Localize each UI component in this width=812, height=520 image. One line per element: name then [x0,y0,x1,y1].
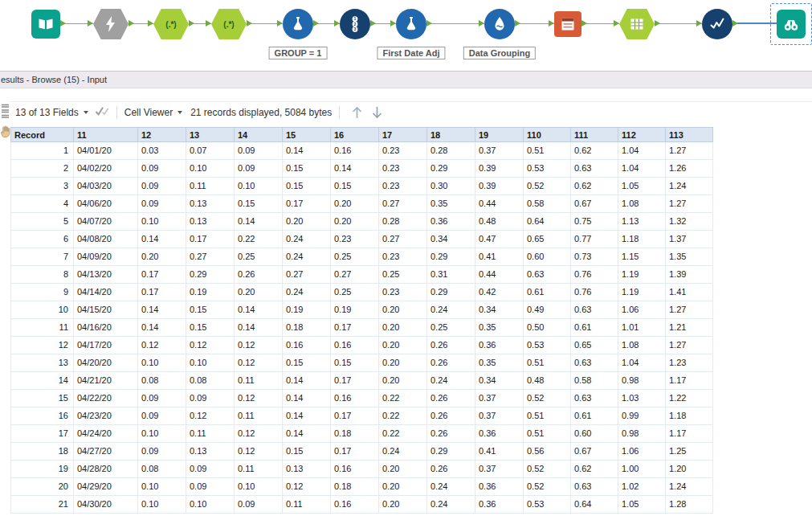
grid-cell[interactable]: 0.16 [331,337,379,354]
grid-cell[interactable]: 0.15 [283,354,331,372]
grid-cell[interactable]: 0.48 [475,213,524,231]
grid-cell[interactable]: 0.36 [427,213,475,231]
grid-cell[interactable]: 0.10 [235,478,283,496]
grid-cell[interactable]: 0.10 [235,178,283,195]
grid-cell[interactable]: 0.58 [524,195,571,213]
grid-cell[interactable]: 0.14 [283,407,331,425]
grid-cell[interactable]: 0.18 [331,425,379,443]
grid-cell[interactable]: 0.25 [235,248,283,266]
grid-cell[interactable]: 0.20 [379,319,427,337]
grid-cell[interactable]: 0.26 [427,425,475,443]
grid-cell[interactable]: 04/14/20 [74,284,138,301]
connector-line[interactable] [732,23,777,24]
grid-cell[interactable]: 0.14 [235,213,283,231]
column-header-18[interactable]: 18 [427,128,475,142]
grid-cell[interactable]: 0.20 [138,248,186,266]
grid-cell[interactable]: 0.20 [379,372,427,390]
grid-cell[interactable]: 0.20 [379,354,427,372]
grid-cell[interactable]: 0.25 [331,284,379,301]
grid-cell[interactable]: 0.37 [475,461,524,478]
grid-cell[interactable]: 0.17 [331,319,379,337]
record-number-cell[interactable]: 3 [11,178,74,195]
column-header-11[interactable]: 11 [74,128,138,142]
grid-cell[interactable]: 0.36 [475,337,524,354]
grid-cell[interactable]: 0.29 [427,443,475,461]
grid-cell[interactable]: 0.61 [571,407,618,425]
grid-cell[interactable]: 0.22 [379,390,427,407]
grid-cell[interactable]: 0.10 [186,354,235,372]
grid-cell[interactable]: 0.09 [186,478,235,496]
grid-cell[interactable]: 0.22 [379,425,427,443]
grid-cell[interactable]: 0.34 [427,231,475,248]
grid-cell[interactable]: 1.02 [618,478,666,496]
grid-cell[interactable]: 0.26 [427,461,475,478]
grid-cell[interactable]: 0.12 [186,407,235,425]
grid-cell[interactable]: 0.99 [618,407,666,425]
grid-cell[interactable]: 0.62 [571,178,618,195]
grid-cell[interactable]: 0.35 [475,354,524,372]
grid-cell[interactable]: 0.09 [235,142,283,160]
column-header-113[interactable]: 113 [666,128,713,142]
grid-cell[interactable]: 0.24 [427,301,475,319]
grid-cell[interactable]: 0.15 [283,178,331,195]
grid-cell[interactable]: 0.29 [427,248,475,266]
grid-cell[interactable]: 0.14 [138,319,186,337]
grid-cell[interactable]: 0.26 [427,407,475,425]
column-header-112[interactable]: 112 [618,128,666,142]
grid-cell[interactable]: 0.09 [186,390,235,407]
grid-cell[interactable]: 0.09 [186,461,235,478]
grid-cell[interactable]: 0.19 [186,284,235,301]
grid-cell[interactable]: 0.51 [524,354,571,372]
pan-hand-icon[interactable] [1,125,10,141]
grid-cell[interactable]: 0.24 [283,248,331,266]
record-id-tool[interactable]: 1 2 3 [340,9,370,39]
grid-cell[interactable]: 0.44 [475,195,524,213]
grid-cell[interactable]: 0.76 [571,284,618,301]
grid-cell[interactable]: 0.16 [331,142,379,160]
grid-cell[interactable]: 0.76 [571,266,618,284]
grid-cell[interactable]: 0.07 [186,142,235,160]
grid-cell[interactable]: 0.03 [138,142,186,160]
unique-tool[interactable] [702,9,732,39]
grid-cell[interactable]: 0.51 [524,407,571,425]
grid-cell[interactable]: 0.12 [235,390,283,407]
grid-cell[interactable]: 1.06 [618,301,666,319]
grid-cell[interactable]: 0.17 [186,231,235,248]
grid-cell[interactable]: 1.18 [666,407,713,425]
grid-cell[interactable]: 0.14 [235,301,283,319]
grid-cell[interactable]: 1.21 [666,319,713,337]
column-header-111[interactable]: 111 [571,128,618,142]
grid-cell[interactable]: 0.31 [427,266,475,284]
grid-cell[interactable]: 0.27 [379,231,427,248]
grid-cell[interactable]: 1.01 [618,319,666,337]
grid-cell[interactable]: 0.13 [283,461,331,478]
grid-cell[interactable]: 0.23 [379,284,427,301]
column-header-13[interactable]: 13 [186,128,235,142]
grid-cell[interactable]: 0.09 [138,178,186,195]
grid-cell[interactable]: 04/28/20 [74,461,138,478]
record-number-cell[interactable]: 17 [11,425,74,443]
connector-line[interactable] [426,23,484,24]
grid-cell[interactable]: 0.10 [138,213,186,231]
record-number-cell[interactable]: 13 [11,354,74,372]
grid-cell[interactable]: 0.65 [571,337,618,354]
grid-cell[interactable]: 04/29/20 [74,478,138,496]
grid-cell[interactable]: 0.77 [571,231,618,248]
fields-dropdown[interactable]: 13 of 13 Fields [15,107,88,118]
record-number-cell[interactable]: 6 [11,231,74,248]
grid-cell[interactable]: 0.37 [475,407,524,425]
grid-cell[interactable]: 0.15 [186,319,235,337]
record-number-cell[interactable]: 16 [11,407,74,425]
grid-cell[interactable]: 0.26 [235,266,283,284]
column-header-14[interactable]: 14 [235,128,283,142]
grid-cell[interactable]: 1.27 [666,337,713,354]
grid-cell[interactable]: 1.19 [618,284,666,301]
grid-cell[interactable]: 0.30 [427,178,475,195]
grid-cell[interactable]: 0.26 [427,337,475,354]
grid-cell[interactable]: 0.36 [475,425,524,443]
grid-cell[interactable]: 0.42 [475,284,524,301]
grid-cell[interactable]: 0.14 [235,319,283,337]
grid-cell[interactable]: 0.10 [186,160,235,178]
grid-cell[interactable]: 04/06/20 [74,195,138,213]
grid-cell[interactable]: 0.48 [524,372,571,390]
